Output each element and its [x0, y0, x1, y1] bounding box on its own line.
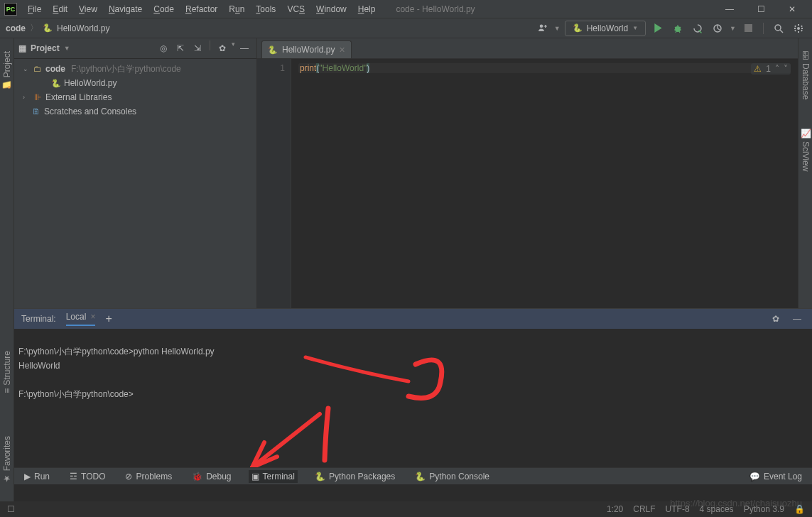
terminal-panel: Terminal: Local× + ✿ — F:\python\小白学pyth…: [14, 308, 812, 484]
hide-panel-icon[interactable]: —: [237, 40, 252, 56]
new-terminal-button[interactable]: +: [105, 312, 112, 325]
menubar: PC File Edit View Navigate Code Refactor…: [0, 0, 812, 18]
sidebar-tab-sciview[interactable]: 📈SciView: [801, 128, 811, 171]
close-tab-icon[interactable]: ×: [90, 312, 95, 322]
stop-button[interactable]: [740, 21, 756, 36]
profile-button[interactable]: [710, 21, 725, 36]
close-tab-icon[interactable]: ×: [339, 44, 345, 55]
close-button[interactable]: ✕: [776, 0, 808, 18]
tree-external-libs[interactable]: › ⊪ External Libraries: [14, 90, 256, 104]
menu-code[interactable]: Code: [148, 2, 179, 16]
bottom-toolbar: ▶Run ☲TODO ⊘Problems 🐞Debug ▣Terminal 🐍P…: [14, 467, 812, 484]
tree-file[interactable]: 🐍 HelloWorld.py: [14, 76, 256, 90]
tool-terminal[interactable]: ▣Terminal: [249, 470, 298, 483]
locate-icon[interactable]: ◎: [156, 40, 171, 56]
hide-panel-icon[interactable]: —: [789, 311, 805, 327]
run-button[interactable]: [650, 21, 666, 36]
scratch-icon: 🗎: [31, 107, 41, 116]
window-title: code - HelloWorld.py: [396, 4, 475, 14]
status-eol[interactable]: CRLF: [633, 504, 655, 514]
editor-body[interactable]: 1 print("HelloWorld") ⚠ 1 ˄ ˅: [257, 59, 798, 308]
expand-all-icon[interactable]: ⇱: [173, 40, 188, 56]
warning-icon: ⚠: [754, 64, 762, 74]
python-file-icon: 🐍: [268, 45, 278, 55]
menu-edit[interactable]: Edit: [48, 2, 72, 16]
chevron-down-icon: ▼: [632, 25, 638, 31]
sidebar-tab-project[interactable]: 📁Project: [2, 51, 12, 91]
tool-run[interactable]: ▶Run: [21, 470, 53, 483]
breadcrumb-root[interactable]: code: [6, 23, 26, 33]
debug-button[interactable]: [670, 21, 686, 36]
expand-arrow-icon[interactable]: ⌄: [23, 65, 30, 72]
terminal-body[interactable]: F:\python\小白学python\code>python HelloWor…: [14, 329, 812, 467]
menu-window[interactable]: Window: [311, 2, 352, 16]
code-area[interactable]: print("HelloWorld") ⚠ 1 ˄ ˅: [291, 59, 798, 308]
run-config-label: HelloWorld: [587, 23, 628, 33]
gear-icon[interactable]: ✿: [768, 311, 784, 327]
tree-root-path: F:\python\小白学python\code: [71, 63, 181, 75]
tree-root[interactable]: ⌄ 🗀 code F:\python\小白学python\code: [14, 62, 256, 76]
chevron-down-icon: ▼: [554, 25, 561, 32]
status-interpreter[interactable]: Python 3.9: [744, 504, 784, 514]
terminal-row: ≡Structure ★Favorites Terminal: Local× +…: [0, 308, 812, 501]
sidebar-tab-structure[interactable]: ≡Structure: [2, 351, 12, 393]
menu-vcs[interactable]: VCS: [282, 2, 310, 16]
chevron-down-icon[interactable]: ▼: [64, 45, 70, 52]
terminal-tab-local[interactable]: Local×: [66, 312, 96, 326]
sidebar-tab-database[interactable]: 🗄Database: [801, 51, 811, 99]
chevron-down-icon: ▾: [232, 40, 235, 56]
menu-navigate[interactable]: Navigate: [104, 2, 147, 16]
chevron-down-icon: ▼: [730, 25, 736, 32]
status-encoding[interactable]: UTF-8: [666, 504, 690, 514]
project-panel-icon: ▦: [18, 43, 26, 53]
list-icon: ☲: [70, 472, 77, 481]
status-indent[interactable]: 4 spaces: [700, 504, 734, 514]
maximize-button[interactable]: ☐: [745, 0, 776, 18]
menu-help[interactable]: Help: [353, 2, 381, 16]
search-icon[interactable]: [771, 21, 786, 36]
gear-icon[interactable]: [791, 21, 806, 36]
tree-file-label: HelloWorld.py: [64, 78, 117, 88]
breadcrumb-file[interactable]: HelloWorld.py: [57, 23, 109, 33]
left-tool-strip-lower: ≡Structure ★Favorites: [0, 308, 14, 501]
menu-file[interactable]: File: [23, 2, 46, 16]
up-arrow-icon[interactable]: ˄: [775, 64, 779, 74]
terminal-icon: ▣: [251, 472, 259, 481]
status-icon[interactable]: ☐: [7, 504, 15, 514]
tool-debug[interactable]: 🐞Debug: [189, 470, 234, 483]
tree-scratches[interactable]: 🗎 Scratches and Consoles: [14, 104, 256, 119]
tree-scratch-label: Scratches and Consoles: [44, 107, 136, 116]
sidebar-tab-favorites[interactable]: ★Favorites: [2, 436, 12, 484]
pycharm-logo-icon: PC: [4, 3, 17, 16]
editor-tab[interactable]: 🐍 HelloWorld.py ×: [261, 40, 352, 58]
expand-arrow-icon[interactable]: ›: [23, 94, 30, 101]
tree-root-label: code: [45, 64, 65, 74]
project-panel-header: ▦ Project ▼ ◎ ⇱ ⇲ ✿ ▾ —: [14, 38, 256, 59]
menu-view[interactable]: View: [74, 2, 102, 16]
menu-refactor[interactable]: Refactor: [180, 2, 222, 16]
package-icon: 🐍: [315, 472, 325, 481]
run-config-dropdown[interactable]: 🐍 HelloWorld ▼: [565, 21, 646, 36]
project-panel-title: Project: [31, 43, 60, 53]
collapse-all-icon[interactable]: ⇲: [190, 40, 205, 56]
down-arrow-icon[interactable]: ˅: [784, 64, 788, 74]
editor-inspection-widget[interactable]: ⚠ 1 ˄ ˅: [751, 63, 791, 75]
coverage-button[interactable]: [690, 21, 705, 36]
terminal-line: HelloWorld: [18, 361, 60, 371]
event-log[interactable]: 💬Event Log: [747, 470, 805, 483]
editor-tabs: 🐍 HelloWorld.py ×: [257, 38, 798, 59]
lock-icon[interactable]: 🔒: [794, 504, 805, 514]
terminal-header: Terminal: Local× + ✿ —: [14, 309, 812, 329]
status-cursor[interactable]: 1:20: [607, 504, 623, 514]
tool-todo[interactable]: ☲TODO: [67, 470, 108, 483]
tool-python-packages[interactable]: 🐍Python Packages: [312, 470, 398, 483]
balloon-icon: 💬: [749, 472, 760, 481]
menu-run[interactable]: Run: [224, 2, 249, 16]
minimize-button[interactable]: —: [714, 0, 745, 18]
tool-problems[interactable]: ⊘Problems: [122, 470, 175, 483]
gear-icon[interactable]: ✿: [215, 40, 230, 56]
menu-tools[interactable]: Tools: [251, 2, 281, 16]
add-user-icon[interactable]: [534, 21, 550, 36]
tool-python-console[interactable]: 🐍Python Console: [412, 470, 492, 483]
play-icon: ▶: [24, 472, 31, 481]
